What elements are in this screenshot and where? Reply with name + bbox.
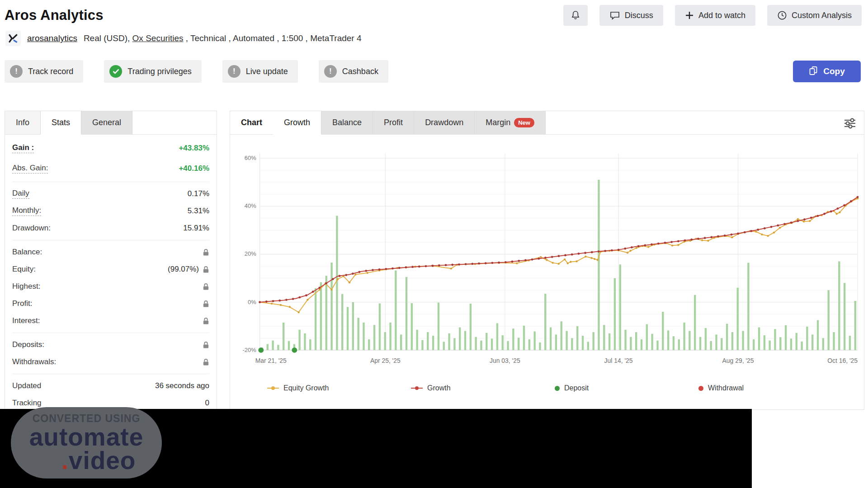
tab-drawdown[interactable]: Drawdown	[414, 111, 475, 134]
plus-icon	[685, 11, 694, 20]
account-details-suffix: , Technical , Automated , 1:500 , MetaTr…	[184, 33, 362, 43]
tab-general[interactable]: General	[81, 111, 132, 134]
abs-gain-value: +40.16%	[179, 164, 209, 173]
notifications-button[interactable]	[563, 5, 588, 26]
stat-row-deposits: Deposits:	[12, 336, 209, 353]
legend-line-marker	[267, 388, 279, 389]
tab-stats[interactable]: Stats	[41, 111, 81, 135]
badge-track-record[interactable]: ! Track record	[5, 60, 83, 83]
svg-text:-20%: -20%	[243, 347, 257, 353]
legend-item-deposit[interactable]: Deposit	[555, 384, 698, 392]
svg-text:Aug 29, '25: Aug 29, '25	[722, 357, 754, 364]
svg-text:Jun 03, '25: Jun 03, '25	[490, 357, 520, 364]
legend-dot-marker	[698, 386, 703, 391]
svg-text:Apr 25, '25: Apr 25, '25	[370, 357, 401, 364]
legend-item-equity-growth[interactable]: Equity Growth	[267, 384, 411, 392]
svg-text:Jul 14, '25: Jul 14, '25	[604, 357, 633, 364]
chart-settings-icon[interactable]	[843, 117, 857, 131]
exclamation-icon: !	[324, 65, 337, 78]
lock-icon	[203, 341, 209, 349]
top-bar-actions: Discuss Add to watch Custom Analysis	[563, 5, 862, 26]
stat-row-highest: Highest:	[12, 278, 209, 295]
svg-text:40%: 40%	[245, 202, 256, 209]
tab-growth[interactable]: Growth	[273, 111, 321, 135]
lock-icon	[203, 249, 209, 256]
copy-icon	[809, 66, 818, 78]
broker-link[interactable]: Ox Securities	[132, 33, 184, 43]
bell-icon	[571, 10, 580, 21]
stat-row-monthly: Monthly: 5.31%	[12, 202, 209, 220]
watermark-brand: automate	[11, 425, 162, 450]
chart-tabs-label: Chart	[230, 111, 273, 134]
legend-item-growth[interactable]: Growth	[411, 384, 555, 392]
exclamation-icon: !	[228, 65, 241, 78]
stat-row-profit: Profit:	[12, 295, 209, 312]
chart-tabs: Chart Growth Balance Profit Drawdown Mar…	[230, 111, 864, 135]
account-line: arosanalytics Real (USD), Ox Securities …	[5, 29, 362, 48]
legend-item-withdrawal[interactable]: Withdrawal	[698, 384, 842, 392]
gain-value: +43.83%	[179, 144, 209, 153]
badge-cashback[interactable]: ! Cashback	[319, 60, 388, 83]
svg-text:Oct 16, '25: Oct 16, '25	[827, 357, 858, 364]
chart-card: Chart Growth Balance Profit Drawdown Mar…	[230, 111, 864, 410]
equity-value: (99.07%)	[168, 265, 199, 274]
verification-badges-row: ! Track record Trading privileges ! Live…	[5, 60, 861, 83]
stats-card: Info Stats General Gain : +43.83% Abs. G…	[5, 111, 217, 410]
stats-body: Gain : +43.83% Abs. Gain: +40.16% Daily …	[5, 135, 217, 415]
exclamation-icon: !	[10, 65, 23, 78]
stat-row-daily: Daily 0.17%	[12, 185, 209, 202]
growth-chart-svg[interactable]: 60%40%20%0%-20%Mar 21, '25Apr 25, '25Jun…	[232, 146, 861, 381]
new-badge: New	[514, 118, 534, 127]
lock-icon	[203, 266, 209, 273]
discuss-button[interactable]: Discuss	[599, 5, 663, 26]
lock-icon	[203, 283, 209, 291]
account-details-prefix: Real (USD),	[84, 33, 132, 43]
stat-row-balance: Balance:	[12, 244, 209, 261]
stat-row-drawdown: Drawdown: 15.91%	[12, 220, 209, 237]
clock-icon	[777, 10, 787, 20]
watermark-brand-domain: .video	[11, 450, 162, 472]
myfxbook-logo-icon	[5, 31, 21, 46]
legend-line-marker	[411, 388, 423, 389]
tab-margin[interactable]: Margin New	[475, 111, 546, 134]
discuss-icon	[609, 10, 620, 20]
top-bar: Aros Analytics Discuss Add to watch Cust…	[5, 4, 862, 27]
watermark-pill: CONVERTED USING automate .video	[11, 407, 162, 479]
stat-row-gain: Gain : +43.83%	[12, 138, 209, 158]
legend-dot-marker	[555, 386, 560, 391]
lock-icon	[203, 358, 209, 366]
add-to-watch-button[interactable]: Add to watch	[675, 5, 755, 26]
chart-legend: Equity GrowthGrowthDepositWithdrawal	[232, 381, 861, 392]
video-letterbox-bar: CONVERTED USING automate .video	[0, 409, 752, 488]
svg-text:0%: 0%	[248, 299, 256, 305]
account-name-link[interactable]: arosanalytics	[27, 33, 77, 43]
account-details: Real (USD), Ox Securities , Technical , …	[84, 33, 362, 43]
lock-icon	[203, 300, 209, 308]
stat-row-withdrawals: Withdrawals:	[12, 353, 209, 371]
growth-chart[interactable]: 60%40%20%0%-20%Mar 21, '25Apr 25, '25Jun…	[230, 135, 864, 392]
tracking-value: 0	[205, 399, 209, 408]
tab-balance[interactable]: Balance	[321, 111, 373, 134]
badge-trading-privileges[interactable]: Trading privileges	[104, 60, 201, 83]
tab-profit[interactable]: Profit	[373, 111, 414, 134]
tab-info[interactable]: Info	[5, 111, 41, 134]
stat-row-equity: Equity: (99.07%)	[12, 261, 209, 278]
svg-text:20%: 20%	[245, 250, 256, 257]
check-icon	[109, 65, 122, 78]
lock-icon	[203, 317, 209, 325]
page-title: Aros Analytics	[5, 7, 104, 23]
svg-text:Mar 21, '25: Mar 21, '25	[255, 357, 287, 364]
stat-row-updated: Updated 36 seconds ago	[12, 377, 209, 394]
stat-row-abs-gain: Abs. Gain: +40.16%	[12, 158, 209, 178]
stat-row-interest: Interest:	[12, 312, 209, 329]
svg-text:60%: 60%	[245, 155, 256, 161]
copy-button[interactable]: Copy	[793, 61, 861, 82]
custom-analysis-button[interactable]: Custom Analysis	[767, 5, 862, 26]
updated-value: 36 seconds ago	[155, 381, 209, 390]
stats-tabs: Info Stats General	[5, 111, 217, 135]
badge-live-update[interactable]: ! Live update	[222, 60, 298, 83]
